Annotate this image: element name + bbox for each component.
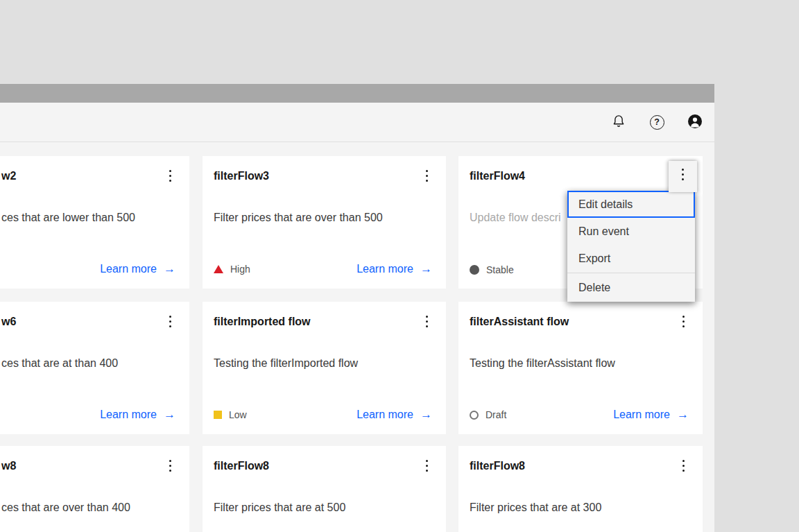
card-title: filterImported flow — [214, 314, 311, 329]
card-description: Testing the filterAssistant flow — [470, 356, 615, 370]
menu-item-edit-details[interactable]: Edit details — [567, 191, 695, 218]
kebab-icon — [682, 316, 685, 327]
user-avatar-icon — [687, 114, 703, 131]
help-button[interactable]: ? — [649, 114, 664, 130]
high-priority-icon — [214, 265, 223, 273]
arrow-right-icon: → — [420, 264, 432, 275]
card-title: filterFlow3 — [214, 169, 269, 184]
card-description: Filter prices that are at 300 — [470, 500, 601, 515]
kebab-icon — [169, 316, 171, 327]
kebab-icon — [426, 460, 428, 472]
flow-card[interactable]: w8 ces that are over than 400 — [0, 446, 189, 532]
status-badge: Low — [214, 409, 247, 420]
flow-card[interactable]: filterFlow3 Filter prices that are over … — [203, 156, 446, 289]
overflow-menu: Edit details Run event Export Delete — [567, 191, 695, 302]
card-description: ces that are over than 400 — [1, 500, 130, 515]
learn-more-link[interactable]: Learn more → — [100, 409, 175, 421]
flow-card[interactable]: filterFlow8 Filter prices that are at 50… — [203, 446, 446, 532]
kebab-icon — [426, 170, 428, 182]
notifications-button[interactable] — [611, 114, 626, 130]
card-description: Testing the filterImported flow — [214, 356, 358, 370]
flow-card[interactable]: w6 ces that are at than 400 Learn more → — [0, 302, 189, 434]
overflow-menu-button[interactable] — [672, 454, 694, 477]
app-window: ? w2 ces that are lower than 500 — [0, 84, 714, 532]
kebab-icon — [682, 460, 685, 472]
status-badge: Stable — [470, 264, 514, 275]
card-description: ces that are lower than 500 — [1, 210, 135, 225]
overflow-menu-button[interactable] — [672, 310, 694, 332]
help-icon: ? — [650, 115, 664, 130]
learn-more-link[interactable]: Learn more → — [356, 409, 432, 421]
cards-grid: w2 ces that are lower than 500 Learn mor… — [0, 142, 714, 532]
card-description: ces that are at than 400 — [1, 356, 118, 370]
user-avatar-button[interactable] — [687, 114, 703, 130]
status-badge: Draft — [470, 409, 506, 420]
kebab-icon — [169, 460, 171, 472]
menu-item-delete[interactable]: Delete — [567, 274, 695, 302]
flow-card[interactable]: filterAssistant flow Testing the filterA… — [458, 302, 703, 434]
desktop: { "titlebar": { "color": "#a8a8a8" }, "h… — [0, 0, 799, 532]
learn-more-link[interactable]: Learn more → — [100, 263, 175, 275]
menu-item-run-event[interactable]: Run event — [567, 218, 695, 245]
card-title: w6 — [1, 314, 16, 329]
arrow-right-icon: → — [420, 409, 432, 420]
overflow-menu-button-open[interactable] — [669, 161, 697, 192]
overflow-menu-button[interactable] — [159, 454, 181, 477]
card-description: Update flow descri — [470, 210, 561, 225]
menu-divider — [567, 273, 695, 273]
card-title: w2 — [1, 169, 16, 184]
app-header: ? — [0, 103, 714, 142]
arrow-right-icon: → — [164, 409, 175, 420]
low-priority-icon — [214, 411, 222, 419]
draft-status-icon — [470, 411, 479, 420]
flow-card[interactable]: filterFlow8 Filter prices that are at 30… — [458, 446, 703, 532]
kebab-icon — [169, 170, 171, 182]
card-title: filterAssistant flow — [470, 314, 569, 329]
overflow-menu-button[interactable] — [415, 310, 438, 332]
kebab-icon — [682, 169, 684, 180]
menu-item-export[interactable]: Export — [567, 245, 695, 272]
card-title: w8 — [1, 458, 16, 474]
flow-card[interactable]: filterImported flow Testing the filterIm… — [203, 302, 446, 434]
arrow-right-icon: → — [677, 409, 689, 420]
overflow-menu-button[interactable] — [415, 454, 438, 477]
card-description: Filter prices that are at 500 — [214, 500, 345, 515]
bell-icon — [611, 114, 626, 131]
status-badge: High — [214, 264, 250, 275]
overflow-menu-button[interactable] — [159, 164, 181, 187]
flow-card[interactable]: w2 ces that are lower than 500 Learn mor… — [0, 156, 189, 289]
card-title: filterFlow8 — [470, 458, 525, 474]
arrow-right-icon: → — [164, 264, 175, 275]
learn-more-link[interactable]: Learn more → — [356, 263, 432, 275]
learn-more-link[interactable]: Learn more → — [613, 409, 689, 421]
kebab-icon — [426, 316, 428, 327]
stable-status-icon — [470, 265, 479, 275]
card-title: filterFlow8 — [214, 458, 269, 474]
card-description: Filter prices that are over than 500 — [214, 210, 383, 225]
overflow-menu-button[interactable] — [415, 164, 438, 187]
card-title: filterFlow4 — [470, 169, 525, 184]
window-titlebar — [0, 84, 714, 103]
overflow-menu-button[interactable] — [159, 310, 181, 332]
